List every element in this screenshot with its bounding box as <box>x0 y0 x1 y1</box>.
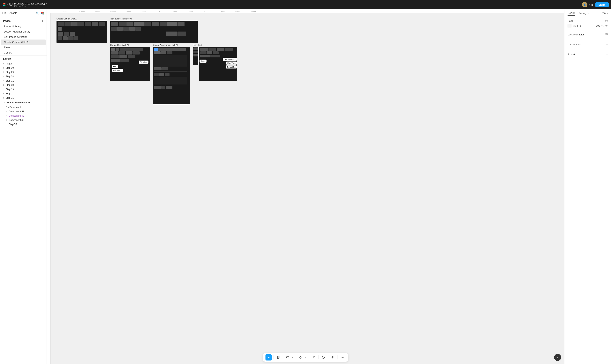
frame-create-quiz[interactable]: Create Quiz With AI <box>110 43 150 81</box>
zoom-value: 2% <box>602 12 606 15</box>
user-avatar[interactable]: 👤 <box>582 2 587 7</box>
local-styles-title: Local styles <box>568 43 581 46</box>
page-item-event[interactable]: Event <box>1 45 46 50</box>
canvas-background[interactable]: Create Course with AI <box>51 13 564 354</box>
select-tool-button[interactable] <box>266 354 272 361</box>
layer-step-20[interactable]: ⠿ Step 20 <box>0 83 47 87</box>
handle-icon: ⠿ <box>3 71 4 73</box>
local-styles-add-button[interactable]: + <box>606 43 608 46</box>
export-section: Export + <box>564 50 611 60</box>
handle-icon: ⠿ <box>3 80 4 82</box>
top-bar-left: ▾ Products Creation 1 (Copy) ▾ Eduqat Pr… <box>2 2 47 7</box>
component-tool-button[interactable] <box>330 354 336 361</box>
local-styles-header: Local styles + <box>568 43 608 46</box>
layer-step-31[interactable]: ⠿ Step 31 <box>0 79 47 83</box>
frame-label-assignment: Create Assignment with AI <box>153 44 178 46</box>
tab-prototype[interactable]: Prototype <box>578 11 589 15</box>
layer-1a-dashboard[interactable]: 1a Dashboard <box>0 105 47 109</box>
embed-li-label: Embed li... <box>226 65 237 68</box>
layer-step-55[interactable]: ⠿ Step 55 <box>0 122 47 127</box>
layer-step-17[interactable]: ⠿ Step 17 <box>0 91 47 96</box>
frame-box-create-course[interactable] <box>56 21 107 43</box>
shape-tool-dropdown[interactable]: ▾ <box>291 354 294 361</box>
canvas-area[interactable]: -30000 -25000 -20000 -15000 -10000 -5000… <box>47 9 564 364</box>
layer-step-30[interactable]: ⠿ Step 30 <box>0 66 47 70</box>
ruler-horizontal: -30000 -25000 -20000 -15000 -10000 -5000… <box>47 9 564 13</box>
svg-rect-0 <box>3 3 4 4</box>
frame-label-text-builder: Text Builder Interactive <box>110 17 132 20</box>
canvas-content[interactable]: Create Course with AI <box>51 13 564 354</box>
sidebar-toggle-btn[interactable] <box>9 2 13 7</box>
layer-pages[interactable]: ⠿ Pages <box>0 62 47 66</box>
page-color-row: F5F5F5 100 % 👁 <box>568 24 608 28</box>
project-subtitle: Eduqat Projects <box>14 5 47 7</box>
tab-design[interactable]: Design <box>568 11 575 15</box>
frame-box-assignment[interactable] <box>153 47 190 104</box>
page-color-hex[interactable]: F5F5F5 <box>573 25 595 27</box>
svg-rect-1 <box>4 3 5 4</box>
page-item-product-library[interactable]: Product Library <box>1 24 46 29</box>
flow-continu-label: Flow Continu... <box>223 58 237 61</box>
page-item-create-course[interactable]: Create Course With AI <box>1 39 46 45</box>
page-item-lesson-material[interactable]: Lesson Material Library <box>1 29 46 34</box>
help-button[interactable]: ? <box>554 354 561 361</box>
frame-create-assignment[interactable]: Create Assignment with AI <box>153 43 190 104</box>
svg-point-12 <box>322 356 325 359</box>
pages-section-title: Pages <box>3 19 11 22</box>
layer-component-49[interactable]: ⠿ Component 49 <box>0 118 47 122</box>
share-button[interactable]: Share <box>596 2 609 7</box>
layer-group-create-course[interactable]: □ Create Course with AI <box>0 100 47 105</box>
export-header: Export + <box>568 52 608 56</box>
bottom-toolbar: ▾ ▾ T <box>263 353 348 362</box>
layer-component-53[interactable]: ⠿ Component 53 <box>0 109 47 114</box>
search-icon[interactable]: 🔍 <box>36 12 39 15</box>
layer-step-29[interactable]: ⠿ Step 29 <box>0 70 47 74</box>
local-variables-section: Local variables <box>564 30 611 40</box>
pen-tool-dropdown[interactable]: ▾ <box>304 354 307 361</box>
zoom-chevron[interactable]: ▾ <box>607 12 608 14</box>
handle-icon: ⠿ <box>6 123 8 126</box>
page-color-swatch[interactable] <box>568 24 571 28</box>
export-add-button[interactable]: + <box>606 52 608 56</box>
frame-tool-button[interactable] <box>275 354 281 361</box>
visibility-toggle[interactable]: 👁 <box>605 24 608 27</box>
layer-component-52[interactable]: ⠿ Component 52 <box>0 114 47 118</box>
tab-assets[interactable]: Assets <box>10 11 17 15</box>
toolbar-separator-7 <box>338 355 338 359</box>
handle-icon: ⠿ <box>3 97 4 99</box>
play-button[interactable]: ▶ <box>592 3 594 7</box>
layer-step-11[interactable]: ⠿ Step 11 <box>0 96 47 100</box>
pen-tool-group: ▾ <box>298 354 307 361</box>
figma-menu-icon[interactable]: ▾ <box>2 3 8 6</box>
sidebar-tabs: File Assets 🔍 📚 <box>0 9 47 17</box>
add-page-button[interactable]: + <box>42 19 43 23</box>
page-section-icon <box>605 20 608 22</box>
main-area: File Assets 🔍 📚 Pages + Product Library … <box>0 9 611 364</box>
frame-label-create-course: Create Course with AI <box>56 17 77 20</box>
page-opacity-value[interactable]: 100 <box>596 25 600 27</box>
project-title[interactable]: Products Creation 1 (Copy) ▾ <box>14 2 47 5</box>
ellipse-tool-button[interactable] <box>320 354 326 361</box>
page-item-cohort[interactable]: Cohort <box>1 50 46 55</box>
svg-rect-11 <box>287 357 289 358</box>
frame-box-quiz[interactable]: Flow jlk... Flo... Quiz gen... <box>110 47 150 81</box>
frame-create-course-ai[interactable]: Create Course with AI <box>56 17 107 43</box>
local-variables-icon[interactable] <box>605 33 608 36</box>
rectangle-tool-button[interactable] <box>285 354 291 361</box>
pen-tool-button[interactable] <box>298 354 304 361</box>
text-tool-button[interactable]: T <box>311 354 317 361</box>
frame-label-rich-text: Rich Text <box>193 44 202 46</box>
layer-step-28[interactable]: ⠿ Step 28 <box>0 74 47 79</box>
library-icon[interactable]: 📚 <box>41 12 44 15</box>
frame-text-builder[interactable]: Text Builder Interactive <box>110 17 198 43</box>
page-item-self-paced[interactable]: Self-Paced (Creation) <box>1 34 46 39</box>
layer-step-19[interactable]: ⠿ Step 19 <box>0 87 47 91</box>
handle-icon: ⠿ <box>3 76 4 78</box>
frame-rich-text[interactable]: Rich Text <box>193 43 237 81</box>
frame-box-text-builder[interactable] <box>110 21 198 43</box>
code-tool-button[interactable]: </> <box>339 354 346 361</box>
tab-file[interactable]: File <box>2 11 6 15</box>
export-title: Export <box>568 53 575 56</box>
svg-rect-13 <box>605 20 608 22</box>
flow-tra-label: Flow Tra... <box>226 62 237 65</box>
